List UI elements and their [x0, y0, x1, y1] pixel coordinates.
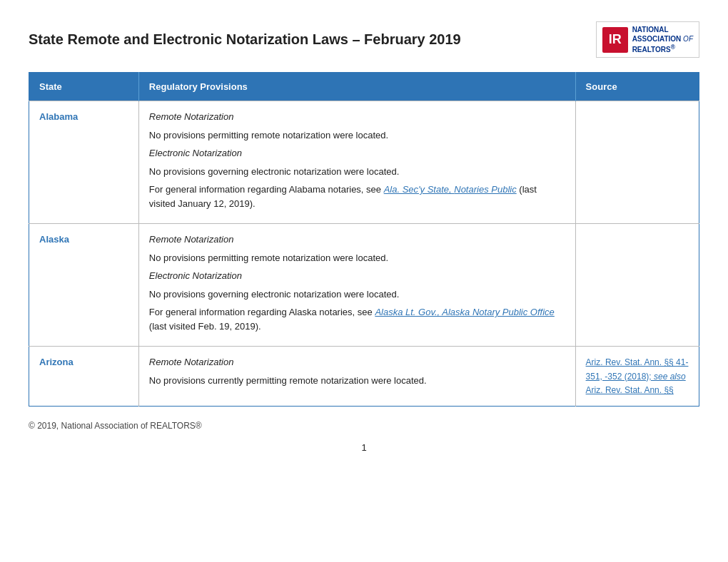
provision-text: No provisions governing electronic notar…	[149, 165, 565, 179]
page-number: 1	[29, 442, 699, 453]
provisions-cell-arizona: Remote Notarization No provisions curren…	[138, 347, 575, 407]
state-cell-alabama: Alabama	[29, 101, 139, 224]
logo-icon: IR	[602, 27, 628, 53]
provision-text: No provisions currently permitting remot…	[149, 374, 565, 388]
provisions-cell-alabama: Remote Notarization No provisions permit…	[138, 101, 575, 224]
page-header: State Remote and Electronic Notarization…	[29, 21, 699, 58]
table-header: State Regulatory Provisions Source	[29, 73, 699, 101]
page-footer: © 2019, National Association of REALTORS…	[29, 421, 699, 431]
source-cell-arizona: Ariz. Rev. Stat. Ann. §§ 41-351, -352 (2…	[575, 347, 699, 407]
header-provisions: Regulatory Provisions	[138, 73, 575, 101]
state-cell-arizona: Arizona	[29, 347, 139, 407]
table-row: Arizona Remote Notarization No provision…	[29, 347, 699, 407]
provision-heading: Electronic Notarization	[149, 146, 565, 160]
provision-heading: Remote Notarization	[149, 233, 565, 247]
logo-text: NATIONALASSOCIATION ofREALTORS®	[632, 25, 693, 54]
provision-text-with-link: For general information regarding Alabam…	[149, 183, 565, 210]
provisions-cell-alaska: Remote Notarization No provisions permit…	[138, 224, 575, 347]
provision-heading: Remote Notarization	[149, 355, 565, 369]
source-cell-alabama	[575, 101, 699, 224]
header-source: Source	[575, 73, 699, 101]
page-title: State Remote and Electronic Notarization…	[29, 31, 461, 48]
provision-heading: Electronic Notarization	[149, 269, 565, 283]
state-name-alaska: Alaska	[39, 234, 69, 245]
table-body: Alabama Remote Notarization No provision…	[29, 101, 699, 407]
table-row: Alabama Remote Notarization No provision…	[29, 101, 699, 224]
arizona-source-link[interactable]: Ariz. Rev. Stat. Ann. §§ 41-351, -352 (2…	[586, 357, 689, 395]
copyright-text: © 2019, National Association of REALTORS…	[29, 421, 202, 431]
state-name-alabama: Alabama	[39, 111, 78, 122]
alabama-notaries-link[interactable]: Ala. Sec'y State, Notaries Public	[384, 184, 517, 195]
table-row: Alaska Remote Notarization No provisions…	[29, 224, 699, 347]
provision-text-with-link: For general information regarding Alaska…	[149, 305, 565, 333]
provision-text: No provisions permitting remote notariza…	[149, 251, 565, 265]
source-cell-alaska	[575, 224, 699, 347]
provision-heading: Remote Notarization	[149, 110, 565, 124]
header-state: State	[29, 73, 139, 101]
notarization-table: State Regulatory Provisions Source Alaba…	[29, 72, 699, 407]
state-name-arizona: Arizona	[39, 357, 74, 367]
alaska-notaries-link[interactable]: Alaska Lt. Gov., Alaska Notary Public Of…	[375, 307, 554, 317]
provision-text: No provisions governing electronic notar…	[149, 287, 565, 302]
nar-logo: IR NATIONALASSOCIATION ofREALTORS®	[596, 21, 699, 58]
state-cell-alaska: Alaska	[29, 224, 139, 347]
provision-text: No provisions permitting remote notariza…	[149, 128, 565, 143]
